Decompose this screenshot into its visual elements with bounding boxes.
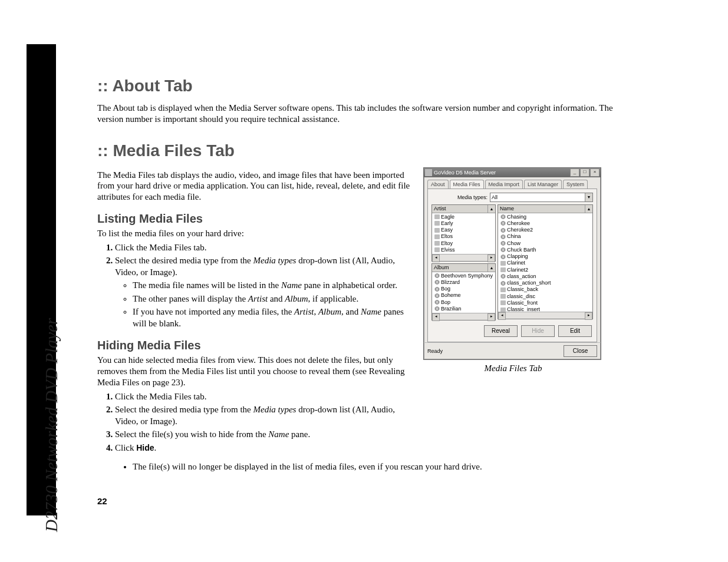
list-item[interactable]: Clapping <box>500 253 590 260</box>
list-item[interactable]: Classic_front <box>500 300 590 306</box>
scroll-right-icon[interactable]: ▸ <box>487 254 495 262</box>
name-list[interactable]: Chasing Cherokee Cherokee2 China Chow Ch… <box>498 213 592 312</box>
list-item[interactable]: classic_disc <box>500 293 590 300</box>
list-item[interactable]: Cherokee2 <box>500 227 590 233</box>
listing-bullet: The other panes will display the Artist … <box>133 293 413 305</box>
window-titlebar[interactable]: GoVideo D5 Media Server _ □ × <box>424 168 601 177</box>
file-icon <box>500 294 506 299</box>
artist-icon <box>434 247 440 252</box>
close-button[interactable]: Close <box>564 345 597 357</box>
artist-icon <box>434 228 440 233</box>
file-icon <box>500 274 506 279</box>
name-hscroll[interactable]: ◂ ▸ <box>498 312 592 319</box>
album-list[interactable]: Beethoven Symphony Blizzard Bog Boheme B… <box>432 272 495 313</box>
scroll-right-icon[interactable]: ▸ <box>585 312 592 320</box>
list-item[interactable]: Eagle <box>434 214 493 220</box>
artist-header[interactable]: Artist ▲ <box>432 205 495 213</box>
hiding-lead: You can hide selected media files from v… <box>97 355 413 388</box>
list-item[interactable]: Elviss <box>434 247 493 253</box>
list-item[interactable]: class_action <box>500 273 590 280</box>
artist-hscroll[interactable]: ◂ ▸ <box>432 254 495 261</box>
hiding-heading: Hiding Media Files <box>97 339 413 352</box>
list-item[interactable]: Early <box>434 220 493 227</box>
file-icon <box>500 287 506 292</box>
edit-button[interactable]: Edit <box>558 325 592 337</box>
about-tab-paragraph: The About tab is displayed when the Medi… <box>97 103 628 125</box>
list-item[interactable]: Clarinet2 <box>500 267 590 273</box>
file-icon <box>500 308 506 312</box>
list-item[interactable]: Easy <box>434 227 493 233</box>
tab-system[interactable]: System <box>563 180 588 189</box>
artist-header-label: Artist <box>434 206 446 211</box>
scroll-left-icon[interactable]: ◂ <box>432 254 440 262</box>
media-types-label: Media types: <box>431 194 490 200</box>
name-pane[interactable]: Name ▲ Chasing Cherokee Cherokee2 China … <box>498 204 593 319</box>
list-item[interactable]: Chasing <box>500 214 590 220</box>
reveal-button[interactable]: Reveal <box>484 325 518 337</box>
list-item[interactable]: Eltoy <box>434 240 493 247</box>
album-icon <box>434 280 440 285</box>
page-number: 22 <box>97 496 107 506</box>
file-icon <box>500 221 506 226</box>
name-header[interactable]: Name ▲ <box>498 205 592 213</box>
tab-about[interactable]: About <box>427 180 449 189</box>
list-item[interactable]: Cherokee <box>500 220 590 227</box>
album-hscroll[interactable]: ◂ ▸ <box>432 313 495 320</box>
tab-media-files[interactable]: Media Files <box>450 180 484 189</box>
list-item[interactable]: class_action_short <box>500 280 590 286</box>
scroll-left-icon[interactable]: ◂ <box>432 313 440 321</box>
hide-button[interactable]: Hide <box>521 325 555 337</box>
album-icon <box>434 273 440 278</box>
chevron-down-icon: ▼ <box>585 193 592 201</box>
list-item[interactable]: Clarinet <box>500 260 590 266</box>
minimize-button[interactable]: _ <box>570 168 579 177</box>
media-server-window: GoVideo D5 Media Server _ □ × About Medi… <box>423 167 601 360</box>
figure-caption: Media Files Tab <box>423 363 603 373</box>
list-item[interactable]: Bop <box>434 299 493 306</box>
list-item[interactable]: Bog <box>434 286 493 292</box>
media-types-dropdown[interactable]: All ▼ <box>490 193 593 202</box>
list-item[interactable]: Boheme <box>434 292 493 299</box>
sort-up-icon[interactable]: ▲ <box>487 264 495 272</box>
listing-bullet: The media file names will be listed in t… <box>133 279 413 291</box>
list-item[interactable]: Chow <box>500 240 590 247</box>
album-pane[interactable]: Album ▲ Beethoven Symphony Blizzard Bog … <box>431 263 496 320</box>
tab-list-manager[interactable]: List Manager <box>524 180 562 189</box>
artist-icon <box>434 214 440 219</box>
close-window-button[interactable]: × <box>590 168 599 177</box>
list-item[interactable]: Brazilian <box>434 306 493 312</box>
app-icon <box>425 169 432 176</box>
artist-list[interactable]: Eagle Early Easy Eltos Eltoy Elviss <box>432 213 495 254</box>
sort-up-icon[interactable]: ▲ <box>585 205 592 213</box>
file-icon <box>500 241 506 246</box>
album-icon <box>434 287 440 292</box>
artist-pane[interactable]: Artist ▲ Eagle Early Easy Eltos <box>431 204 496 262</box>
list-item[interactable]: Classic_insert <box>500 306 590 312</box>
hiding-step: Select the desired media type from the M… <box>115 404 413 428</box>
maximize-button[interactable]: □ <box>580 168 589 177</box>
list-item[interactable]: Eltos <box>434 233 493 240</box>
media-files-tab-heading: :: Media Files Tab <box>97 141 693 160</box>
scroll-left-icon[interactable]: ◂ <box>498 312 506 320</box>
list-item[interactable]: Beethoven Symphony <box>434 273 493 279</box>
media-files-intro: The Media Files tab displays the audio, … <box>97 170 413 203</box>
artist-icon <box>434 221 440 226</box>
file-icon <box>500 254 506 259</box>
list-item[interactable]: Blizzard <box>434 279 493 286</box>
about-tab-heading: :: About Tab <box>97 77 693 95</box>
sort-up-icon[interactable]: ▲ <box>487 205 495 213</box>
listing-step: Select the desired media type from the M… <box>115 254 413 330</box>
tab-strip: About Media Files Media Import List Mana… <box>424 177 601 189</box>
hiding-step: Click the Media Files tab. <box>115 391 413 402</box>
album-header[interactable]: Album ▲ <box>432 264 495 272</box>
list-item[interactable]: China <box>500 233 590 240</box>
album-header-label: Album <box>434 265 449 270</box>
file-icon <box>500 267 506 272</box>
scroll-right-icon[interactable]: ▸ <box>487 313 495 321</box>
file-icon <box>500 247 506 252</box>
tab-media-import[interactable]: Media Import <box>485 180 523 189</box>
hiding-step: Select the file(s) you wish to hide from… <box>115 428 413 440</box>
file-icon <box>500 214 506 219</box>
list-item[interactable]: Chuck Barth <box>500 247 590 253</box>
list-item[interactable]: Classic_back <box>500 286 590 293</box>
